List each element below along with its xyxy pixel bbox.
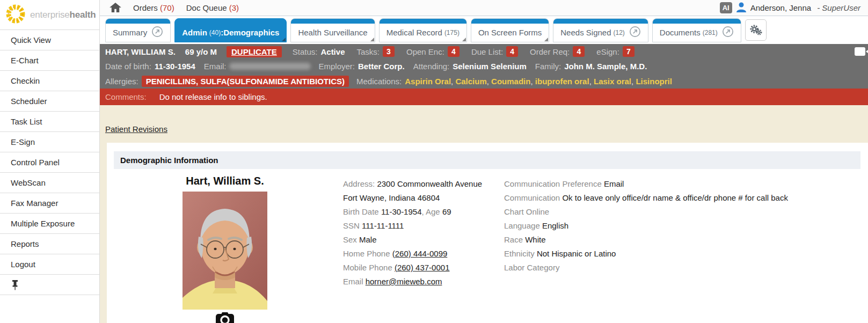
mobile-phone-link[interactable]: (260) 437-0001 [395, 263, 450, 272]
family-value: John M. Sample, M.D. [564, 62, 647, 71]
nav-orders[interactable]: Orders (70) [133, 3, 174, 12]
tab-health-surveillance[interactable]: Health Surveillance [290, 18, 375, 42]
sidebar-item-control-panel[interactable]: Control Panel [0, 152, 99, 173]
brand-logo[interactable]: enterprisehealth [0, 0, 100, 30]
open-external-icon[interactable] [151, 26, 163, 40]
email-label: Email: [204, 62, 227, 71]
demographics-card: Demographic Information Hart, William S. [107, 143, 868, 323]
card-title: Demographic Information [114, 156, 218, 165]
sidebar-item-e-sign[interactable]: E-Sign [0, 132, 99, 152]
family-label: Family: [535, 62, 561, 71]
demographics-right-fields: Communication Preference Email Communica… [504, 177, 788, 275]
brand-name: enterprisehealth [30, 10, 96, 20]
medication-link[interactable]: Coumadin [491, 77, 535, 86]
sidebar-item-webscan[interactable]: WebScan [0, 173, 99, 193]
patient-age-sex: 69 y/o M [185, 47, 217, 56]
sidebar-item-logout[interactable]: Logout [0, 254, 99, 275]
email-link[interactable]: horner@mieweb.com [366, 277, 442, 286]
dob-label: Date of birth: [105, 62, 151, 71]
nav-doc-queue[interactable]: Doc Queue (3) [186, 3, 239, 12]
open-external-icon[interactable] [629, 26, 641, 40]
home-phone-link[interactable]: (260) 444-0099 [392, 249, 448, 258]
field-sex: Sex Male [343, 233, 482, 247]
field-chart-online: Chart Online [504, 205, 788, 219]
order-req-count-badge[interactable]: 4 [573, 46, 585, 57]
field-address: Address: 2300 Commonwealth Avenue [343, 177, 482, 191]
tab-admin-demographics[interactable]: Admin (40) :Demographics [174, 18, 287, 42]
field-email: Email horner@mieweb.com [343, 275, 482, 289]
esign-label: eSign: [596, 47, 619, 56]
status-value: Active [320, 47, 345, 56]
top-header: Orders (70) Doc Queue (3) AI Anderson, J… [100, 0, 868, 16]
demographics-left-fields: Address: 2300 Commonwealth Avenue Fort W… [343, 177, 482, 289]
due-list-count-badge[interactable]: 4 [506, 46, 518, 57]
tab-medical-record[interactable]: Medical Record (175) [379, 18, 467, 42]
duplicate-flag[interactable]: DUPLICATE [227, 46, 282, 57]
app-window: enterprisehealth Orders (70) Doc Queue (… [0, 0, 868, 323]
medication-link[interactable]: Lisinopril [636, 77, 672, 86]
open-enc-label: Open Enc: [406, 47, 444, 56]
employer-value: Better Corp. [358, 62, 405, 71]
open-enc-count-badge[interactable]: 4 [448, 46, 459, 57]
medication-link[interactable]: Aspirin Oral [405, 77, 455, 86]
sidebar-item-fax-manager[interactable]: Fax Manager [0, 193, 99, 214]
dob-value: 11-30-1954 [155, 62, 195, 71]
sidebar-item-e-chart[interactable]: E-Chart [0, 50, 99, 71]
camera-icon[interactable] [215, 312, 235, 323]
field-birth-date: Birth Date 11-30-1954, Age 69 [343, 205, 482, 219]
field-ethnicity: Ethnicity Not Hispanic or Latino [504, 247, 788, 261]
medications-list: Aspirin OralCalciumCoumadinibuprofen ora… [405, 77, 672, 86]
field-language: Language English [504, 219, 788, 233]
pin-sidebar-icon[interactable] [0, 275, 99, 295]
comments-text: Do not release info to siblings. [159, 92, 267, 101]
banner-row-status: HART, WILLIAM S. 69 y/o M DUPLICATE Stat… [100, 44, 868, 59]
allergies-label: Allergies: [105, 77, 138, 86]
patient-display-name: Hart, William S. [186, 175, 264, 187]
tasks-label: Tasks: [356, 47, 380, 56]
settings-gears-icon[interactable] [745, 19, 767, 41]
patient-revisions-link[interactable]: Patient Revisions [105, 124, 167, 134]
tasks-count-badge[interactable]: 3 [383, 46, 395, 57]
sidebar-item-reports[interactable]: Reports [0, 234, 99, 254]
user-name[interactable]: Anderson, Jenna [750, 3, 811, 12]
dropdown-fold-icon [370, 38, 374, 41]
patient-photo-column: Hart, William S. [177, 175, 273, 323]
field-home-phone: Home Phone (260) 444-0099 [343, 247, 482, 261]
email-redacted-value [229, 63, 311, 70]
medication-link[interactable]: Calcium [455, 77, 491, 86]
sidebar-item-scheduler[interactable]: Scheduler [0, 91, 99, 112]
medication-link[interactable]: Lasix oral [594, 77, 636, 86]
order-req-label: Order Req: [530, 47, 570, 56]
banner-row-allergies: Allergies: PENICILLINS, SULFA(SULFONAMID… [100, 74, 868, 89]
due-list-label: Due List: [471, 47, 503, 56]
comments-label: Comments: [105, 92, 147, 101]
ai-badge[interactable]: AI [720, 2, 732, 13]
open-external-icon[interactable] [722, 26, 734, 40]
employer-label: Employer: [318, 62, 355, 71]
attending-label: Attending: [413, 62, 450, 71]
tab-documents[interactable]: Documents (281) [652, 18, 741, 42]
medication-link[interactable]: ibuprofen oral [535, 77, 594, 86]
allergies-value[interactable]: PENICILLINS, SULFA(SULFONAMIDE ANTIBIOTI… [142, 76, 349, 87]
dropdown-fold-icon [544, 38, 548, 41]
tab-on-screen-forms[interactable]: On Screen Forms [471, 18, 549, 42]
home-icon[interactable] [110, 3, 121, 13]
sidebar-item-task-list[interactable]: Task List [0, 112, 99, 132]
tab-bar: Summary Admin (40) :Demographics Health … [100, 16, 868, 44]
tab-needs-signed[interactable]: Needs Signed (12) [553, 18, 648, 42]
sidebar-item-checkin[interactable]: Checkin [0, 71, 99, 91]
video-camera-icon[interactable] [855, 46, 868, 58]
attending-value: Selenium Selenium [453, 62, 527, 71]
banner-row-details: Date of birth: 11-30-1954 Email: Employe… [100, 59, 868, 74]
sidebar-item-quick-view[interactable]: Quick View [0, 30, 99, 50]
field-address-line2: Fort Wayne, Indiana 46804 [343, 191, 482, 205]
user-role: - SuperUser [817, 3, 860, 12]
status-label: Status: [293, 47, 318, 56]
esign-count-badge[interactable]: 7 [623, 46, 634, 57]
patient-banner: HART, WILLIAM S. 69 y/o M DUPLICATE Stat… [100, 44, 868, 105]
tab-summary[interactable]: Summary [105, 18, 171, 42]
sun-logo-icon [4, 3, 27, 27]
dropdown-fold-icon [282, 38, 286, 41]
sidebar-item-multiple-exposure[interactable]: Multiple Exposure [0, 214, 99, 234]
field-ssn: SSN 111-11-1111 [343, 219, 482, 233]
